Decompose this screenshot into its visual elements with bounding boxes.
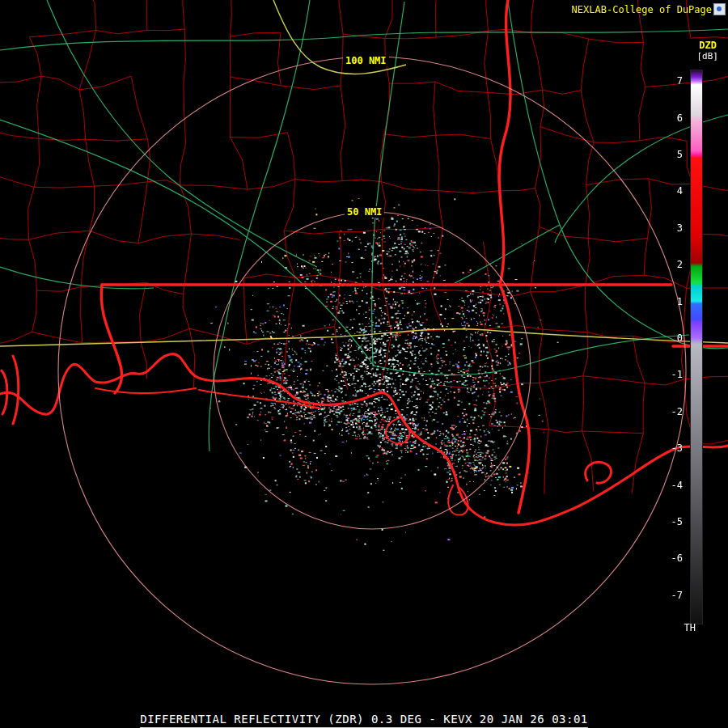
units-label: [dB] bbox=[697, 51, 719, 61]
range-ring-label-50nmi: 50 NMI bbox=[345, 206, 384, 218]
brand-text: NEXLAB-College of DuPage bbox=[572, 4, 712, 15]
highways-green bbox=[0, 0, 728, 451]
range-rings bbox=[58, 57, 686, 684]
product-caption: DIFFERENTIAL REFLECTIVITY (ZDR) 0.3 DEG … bbox=[140, 713, 588, 728]
range-ring-50nmi bbox=[214, 212, 531, 529]
cod-page-icon bbox=[713, 3, 726, 15]
product-caption-bar: DIFFERENTIAL REFLECTIVITY (ZDR) 0.3 DEG … bbox=[0, 711, 728, 726]
globe-dot-icon bbox=[717, 6, 722, 11]
map-overlay bbox=[0, 0, 728, 728]
highways-yellow bbox=[0, 0, 728, 346]
product-code-label: DZD bbox=[699, 40, 717, 51]
range-ring-label-100nmi: 100 NMI bbox=[343, 55, 389, 66]
range-ring-100nmi bbox=[58, 57, 686, 684]
radar-display: { "brand": { "text": "NEXLAB-College of … bbox=[0, 0, 728, 728]
colorbar bbox=[690, 70, 703, 624]
coastline bbox=[0, 354, 728, 525]
threshold-label: TH bbox=[684, 622, 696, 633]
